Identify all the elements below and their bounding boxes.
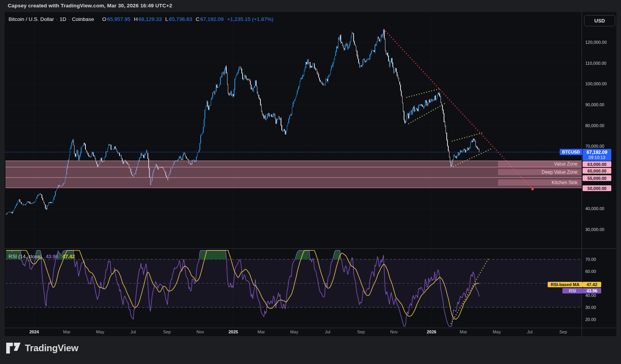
currency-toggle-button[interactable]: USD <box>584 15 615 26</box>
rsi-tick-label: 70.00 <box>585 257 616 262</box>
price-tick-label: 100,000.00 <box>585 81 616 86</box>
rsi-tick-label: 40.00 <box>585 293 616 298</box>
chart-panel[interactable]: Bitcoin / U.S. Dollar·1D·CoinbaseO65,957… <box>5 12 616 336</box>
rsi-ma-value-label: 47.42 <box>583 282 601 287</box>
time-tick-month: Sep <box>155 329 179 335</box>
zone-price-label: 55,000.00 <box>583 175 611 181</box>
rsi-chip[interactable]: RSI <box>562 288 583 293</box>
ohlc-values: O65,957.95H68,129.33L65,736.63C67,192.09… <box>99 16 273 22</box>
red-trendline-endpoint <box>531 188 534 190</box>
legend-separator: · <box>56 16 58 22</box>
symbol-price-flag[interactable]: BTCUSD <box>560 149 582 155</box>
price-tick-label: 110,000.00 <box>585 60 616 66</box>
time-tick-month: May <box>283 329 306 335</box>
rsi-legend-value: 43.96 <box>46 254 59 259</box>
zone-label-value-zone[interactable]: Value Zone <box>498 161 581 167</box>
zone-price-label: 50,000.00 <box>583 185 611 191</box>
current-price-value: 67,192.09 <box>586 150 607 155</box>
price-tick-label: 70,000.00 <box>585 143 616 149</box>
rsi-background <box>5 259 582 307</box>
close-value: 67,192.09 <box>200 16 224 22</box>
symbol-title: Bitcoin / U.S. Dollar <box>9 16 54 22</box>
zone-label-kitchen-sink[interactable]: Kitchen Sink <box>498 179 581 186</box>
symbol-exchange: Coinbase <box>72 16 94 22</box>
rsi-tick-label: 20.00 <box>585 317 616 322</box>
price-tick-label: 80,000.00 <box>585 123 616 128</box>
rsi-legend-title: RSI (14, close) <box>9 254 42 259</box>
time-tick-month: Jul <box>121 329 145 335</box>
current-price-label[interactable]: 67,192.09 09:10:13 <box>583 149 611 161</box>
time-tick-month: Nov <box>382 329 406 335</box>
legend-separator: · <box>68 16 70 22</box>
tradingview-logo-icon <box>6 342 21 354</box>
change-value: +1,235.15 (+1.87%) <box>227 16 273 22</box>
open-value: 65,957.95 <box>107 16 130 22</box>
rsi-value-label: 43.96 <box>583 288 601 293</box>
time-tick-month: Nov <box>189 329 212 335</box>
tradingview-screenshot: Capsey created with TradingView.com, Mar… <box>0 0 621 364</box>
high-label: H <box>134 16 138 22</box>
zone-price-label: 60,000.00 <box>583 168 611 174</box>
low-label: L <box>165 16 168 22</box>
zone-price-label: 63,000.00 <box>583 161 611 167</box>
yellow-flag-line <box>452 133 482 141</box>
rsi-ma-chip[interactable]: RSI-based MA <box>548 282 583 287</box>
rsi-ma-legend-value: 47.42 <box>62 254 75 259</box>
symbol-legend[interactable]: Bitcoin / U.S. Dollar·1D·CoinbaseO65,957… <box>9 16 273 22</box>
open-label: O <box>102 16 106 22</box>
time-tick-month: Mar <box>250 329 273 335</box>
rsi-tick-label: 30.00 <box>585 305 616 310</box>
time-tick-month: May <box>88 329 112 335</box>
price-tick-label: 120,000.00 <box>585 40 616 45</box>
price-tick-label: 90,000.00 <box>585 102 616 107</box>
symbol-interval[interactable]: 1D <box>60 16 66 22</box>
time-tick-month: Jul <box>316 329 339 335</box>
price-tick-label: 30,000.00 <box>585 227 616 232</box>
rsi-legend[interactable]: RSI (14, close)43.9647.42 <box>9 254 75 259</box>
rsi-overbought-fill <box>200 250 226 259</box>
attribution-text: Capsey created with TradingView.com, Mar… <box>8 3 172 9</box>
close-label: C <box>196 16 199 22</box>
time-tick-year: 2024 <box>23 329 46 335</box>
value-zone-bands <box>5 161 582 188</box>
time-tick-year: 2026 <box>420 329 443 335</box>
time-tick-month: Sep <box>349 329 373 335</box>
time-tick-month: May <box>485 329 508 335</box>
attribution-bar: Capsey created with TradingView.com, Mar… <box>0 0 621 12</box>
rsi-tick-label: 60.00 <box>585 269 616 274</box>
time-tick-month: Mar <box>55 329 78 335</box>
high-value: 68,129.33 <box>139 16 162 22</box>
time-tick-year: 2025 <box>222 329 245 335</box>
time-tick-month: Mar <box>452 329 475 335</box>
bar-countdown: 09:10:13 <box>589 155 605 160</box>
zone-label-deep-value-zone[interactable]: Deep Value Zone <box>498 169 581 175</box>
time-tick-month: Jul <box>518 329 541 335</box>
low-value: 65,736.63 <box>169 16 192 22</box>
rsi-overbought-fill <box>333 250 341 259</box>
time-tick-month: Sep <box>552 329 575 335</box>
price-tick-label: 40,000.00 <box>585 206 616 211</box>
tradingview-branding[interactable]: TradingView <box>6 340 78 357</box>
tradingview-wordmark: TradingView <box>25 343 78 354</box>
